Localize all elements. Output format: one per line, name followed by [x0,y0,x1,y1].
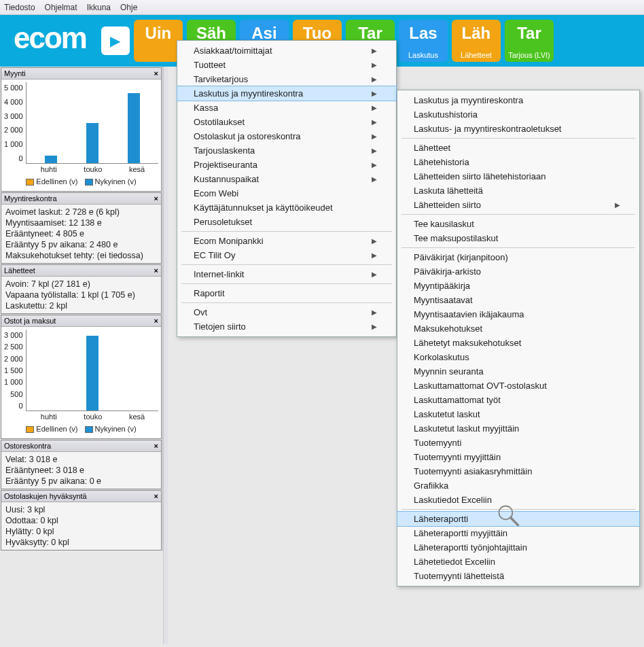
menu-item[interactable]: Laskutus ja myyntireskontra [397,93,639,107]
chevron-right-icon: ▶ [372,237,377,245]
menu-item[interactable]: Kustannuspaikat▶ [177,172,396,186]
menu-item[interactable]: Tuotemyynti [397,436,639,450]
menu-item[interactable]: Lähetetyt maksukehotukset [397,336,639,350]
chevron-right-icon: ▶ [372,75,377,83]
panel-title: Lähetteet [4,266,35,275]
close-icon[interactable]: × [154,69,158,77]
menu-item[interactable]: Läheteraportti myyjittäin [397,526,639,540]
toolbar-button-6[interactable]: LähLähetteet [452,20,501,62]
menu-item[interactable]: Perusoletukset [177,215,396,229]
menu-item[interactable]: Päiväkirjat (kirjanpitoon) [397,250,639,264]
menu-item[interactable]: Myynnin seuranta [397,364,639,379]
panel-title: Myyntireskontra [4,194,57,203]
menu-item[interactable]: Tuotemyynti asiakasryhmittäin [397,464,639,478]
menubar: Tiedosto Ohjelmat Ikkuna Ohje [0,0,644,15]
menu-item[interactable]: Tuotemyynti myyjittäin [397,450,639,464]
menu-item[interactable]: Läheteraportti työnjohtajittain [397,540,639,555]
menu-item[interactable]: EC Tilit Oy▶ [177,248,396,262]
menu-item[interactable]: Ecom Webi [177,186,396,200]
menu-item[interactable]: Kassa▶ [177,101,396,115]
info-line: Avoimet laskut: 2 728 e (6 kpl) [5,207,157,217]
menu-item[interactable]: Laskuttamattomat työt [397,393,639,407]
panel-ostoreskontra: Ostoreskontra × Velat: 3 018 eErääntynee… [1,440,162,489]
menu-item[interactable]: Myyntisaatavat [397,293,639,307]
app-logo: ecom [5,21,94,60]
close-icon[interactable]: × [154,194,158,203]
context-menu-main: Asiakkaat/toimittajat▶Tuotteet▶Tarviketa… [177,40,397,337]
toolbar-button-5[interactable]: LasLaskutus [399,20,448,62]
menu-item[interactable]: Ovt▶ [177,305,396,319]
menu-item[interactable]: Tuotteet▶ [177,58,396,72]
panel-title: Ostoreskontra [4,442,51,450]
menu-item[interactable]: Laskutushistoria [397,107,639,122]
menu-item[interactable]: Grafiikka [397,478,639,493]
menu-item[interactable]: Lähetteiden siirto▶ [397,198,639,212]
chevron-right-icon: ▶ [372,323,377,330]
menu-item[interactable]: Tarjouslaskenta▶ [177,143,396,158]
sidebar-scrollbar[interactable] [163,67,168,644]
menu-item[interactable]: Lähetteiden siirto lähetehistoriaan [397,169,639,183]
menu-item[interactable]: Laskuta lähetteitä [397,183,639,198]
menu-item[interactable]: Maksukehotukset [397,321,639,336]
menu-item[interactable]: Ecom Monipankki▶ [177,234,396,248]
close-icon[interactable]: × [154,442,158,450]
menu-item[interactable]: Ostotilaukset▶ [177,115,396,129]
info-line: Velat: 3 018 e [5,454,157,465]
menu-item[interactable]: Projektiseuranta▶ [177,158,396,172]
menu-item[interactable]: Laskutus- ja myyntireskontraoletukset [397,122,639,136]
chevron-right-icon: ▶ [372,270,377,278]
menu-item[interactable]: Päiväkirja-arkisto [397,264,639,279]
panel-myynti: Myynti × 5 0004 0003 0002 0001 0000huhti… [1,67,162,192]
menu-programs[interactable]: Ohjelmat [45,3,77,12]
menu-item[interactable]: Laskutiedot Exceliin [397,493,639,507]
menu-item[interactable]: Ostolaskut ja ostoreskontra▶ [177,129,396,143]
menu-file[interactable]: Tiedosto [4,3,35,12]
panel-myyntireskontra: Myyntireskontra × Avoimet laskut: 2 728 … [1,192,162,264]
context-menu-sub: Laskutus ja myyntireskontraLaskutushisto… [397,90,640,587]
menu-window[interactable]: Ikkuna [87,3,111,12]
bar [86,336,99,410]
chart-myynti: 5 0004 0003 0002 0001 0000huhtitoukokesä… [1,80,161,191]
chevron-right-icon: ▶ [372,309,377,316]
info-line: Vapaana työlistalla: 1 kpl (1 705 e) [5,290,157,300]
menu-item[interactable]: Tietojen siirto▶ [177,319,396,334]
menu-item[interactable]: Tee kausilaskut [397,217,639,231]
menu-item[interactable]: Laskutetut laskut [397,407,639,421]
toolbar-button-7[interactable]: TarTarjous (LVI) [505,20,554,62]
menu-help[interactable]: Ohje [120,3,137,12]
play-button[interactable]: ▶ [101,27,130,55]
chevron-right-icon: ▶ [372,90,377,97]
info-line: Avoin: 7 kpl (27 181 e) [5,279,157,290]
close-icon[interactable]: × [154,492,158,500]
menu-item[interactable]: Internet-linkit▶ [177,267,396,281]
menu-item[interactable]: Asiakkaat/toimittajat▶ [177,43,396,58]
menu-item[interactable]: Myyntipääkirja [397,279,639,293]
chevron-right-icon: ▶ [372,118,377,126]
menu-item[interactable]: Laskuttamattomat OVT-ostolaskut [397,379,639,393]
chevron-right-icon: ▶ [372,133,377,140]
menu-item[interactable]: Raportit [177,286,396,300]
menu-item[interactable]: Korkolaskutus [397,350,639,364]
close-icon[interactable]: × [154,317,158,325]
menu-item[interactable]: Tee maksupostilaskut [397,231,639,245]
toolbar-button-0[interactable]: Uin [134,20,183,62]
panel-ostolaskujen: Ostolaskujen hyväksyntä × Uusi: 3 kplOdo… [1,490,162,550]
menu-item[interactable]: Laskutus ja myyntireskontra▶ [177,86,396,101]
chevron-right-icon: ▶ [372,161,377,169]
menu-item[interactable]: Tarviketarjous▶ [177,72,396,86]
bar [86,123,99,163]
info-line: Maksukehotukset tehty: (ei tiedossa) [5,250,157,261]
menu-item[interactable]: Laskutetut laskut myyjittäin [397,421,639,436]
menu-item[interactable]: Lähetehistoria [397,155,639,169]
bar [45,156,57,163]
menu-item[interactable]: Tuotemyynti lähetteistä [397,569,639,583]
close-icon[interactable]: × [154,266,158,275]
menu-item[interactable]: Lähetteet [397,141,639,155]
info-line: Myyntisaamiset: 12 138 e [5,217,157,228]
menu-item[interactable]: Käyttäjätunnukset ja käyttöoikeudet [177,200,396,215]
menu-item[interactable]: Läheteraportti [397,512,639,526]
chevron-right-icon: ▶ [372,251,377,259]
menu-item[interactable]: Lähetetiedot Exceliin [397,555,639,569]
menu-item[interactable]: Myyntisaatavien ikäjakauma [397,307,639,321]
info-line: Erääntyneet: 3 018 e [5,465,157,476]
